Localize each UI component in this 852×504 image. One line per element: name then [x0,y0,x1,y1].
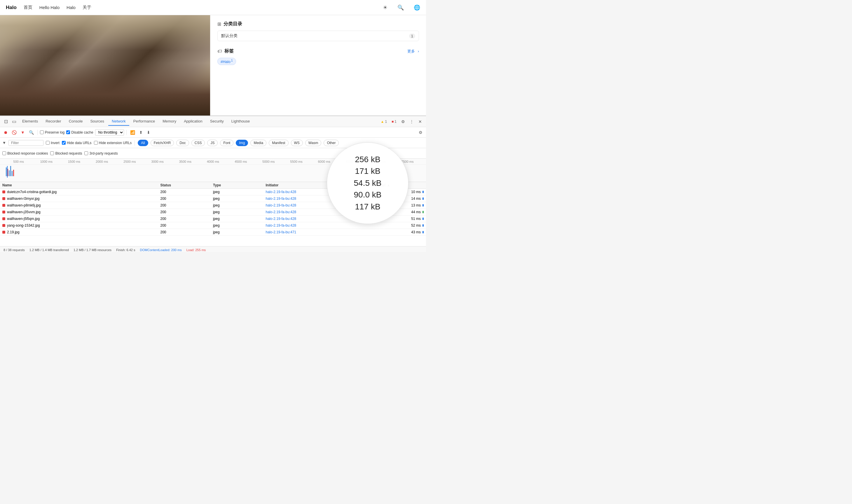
invert-checkbox[interactable]: Invert [46,141,59,145]
upload-icon-button[interactable]: ⬆ [138,129,144,135]
header-status: Status [160,183,213,187]
hide-data-urls-checkbox[interactable]: Hide data URLs [62,141,92,145]
filter-type-wasm[interactable]: Wasm [305,140,322,146]
initiator-link-3[interactable]: halo-2.19-fa-bu:428 [266,210,297,214]
filter-input-wrap [8,140,43,146]
waterfall-bar-5 [423,224,424,227]
table-row[interactable]: 2.19.jpg 200 jpeg halo-2.19-fa-bu:471 43… [0,229,426,236]
initiator-link-0[interactable]: halo-2.19-fa-bu:428 [266,190,297,194]
tab-security[interactable]: Security [207,117,227,126]
clear-button[interactable]: 🚫 [11,129,18,135]
tick-1000ms: 1000 ms [32,160,60,163]
settings-icon[interactable]: ⚙ [400,118,407,125]
disable-cache-checkbox[interactable]: Disable cache [66,130,93,134]
filter-type-doc[interactable]: Doc [176,140,189,146]
search-button[interactable]: 🔍 [28,129,35,135]
initiator-link-1[interactable]: halo-2.19-fa-bu:428 [266,197,297,201]
filter-type-font[interactable]: Font [220,140,233,146]
tag-icon: 🏷 [217,49,222,54]
tick-3500ms: 3500 ms [171,160,199,163]
row-name-1: wallhaven-l3myxr.jpg [2,197,160,201]
tab-network[interactable]: Network [108,117,129,126]
transferred-size: 1.2 MB / 1.4 MB transferred [30,248,69,252]
filter-type-img[interactable]: Img [236,140,248,146]
tick-2500ms: 2500 ms [116,160,144,163]
filter-type-ws[interactable]: WS [291,140,303,146]
hide-ext-urls-checkbox[interactable]: Hide extension URLs [94,141,132,145]
initiator-link-6[interactable]: halo-2.19-fa-bu:471 [266,230,297,234]
preserve-log-checkbox[interactable]: Preserve log [40,130,65,134]
search-icon[interactable]: 🔍 [397,4,404,11]
filter-type-manifest[interactable]: Manifest [269,140,288,146]
filter-type-fetch[interactable]: Fetch/XHR [150,140,174,146]
nav-link-about[interactable]: 关于 [83,5,91,10]
warning-triangle-icon: ▲ [380,120,384,124]
tab-memory[interactable]: Memory [159,117,180,126]
close-icon[interactable]: ✕ [417,118,424,125]
blocked-response-checkbox[interactable]: Blocked response cookies [2,151,48,156]
sun-icon[interactable]: ☀ [383,4,388,11]
tags-chevron: › [418,49,419,53]
third-party-checkbox[interactable]: 3rd-party requests [84,151,118,156]
blocked-requests-checkbox[interactable]: Blocked requests [50,151,82,156]
tick-1500ms: 1500 ms [60,160,88,163]
tick-5500ms: 5500 ms [282,160,310,163]
row-type-1: jpeg [213,197,266,201]
tab-console[interactable]: Console [65,117,86,126]
wifi-icon-button[interactable]: 📶 [129,129,136,135]
tag-badge-halo[interactable]: #Halo1 [217,58,236,65]
header-name: Name [2,183,160,187]
initiator-link-4[interactable]: halo-2.19-fa-bu:428 [266,217,297,221]
filter-type-all[interactable]: All [138,140,148,146]
tab-sources[interactable]: Sources [87,117,108,126]
filter-type-js[interactable]: JS [207,140,218,146]
row-name-5: yang-song-15342.jpg [2,223,160,228]
filter-icon-button[interactable]: ▼ [20,129,26,135]
resource-color-3 [2,211,5,214]
initiator-link-2[interactable]: halo-2.19-fa-bu:428 [266,203,297,208]
initiator-link-5[interactable]: halo-2.19-fa-bu:428 [266,223,297,228]
site-title: Halo [6,5,17,11]
devtools-icon-mobile[interactable]: ▭ [10,118,18,125]
resource-color-0 [2,191,5,193]
filter-type-css[interactable]: CSS [191,140,205,146]
requests-count: 8 / 38 requests [3,248,25,252]
devtools-toolbar: ⏺ 🚫 ▼ 🔍 Preserve log Disable cache No th… [0,127,426,138]
devtools-icon-inspect[interactable]: ⊡ [2,118,10,125]
devtools-tab-bar: ⊡ ▭ Elements Recorder Console Sources Ne… [0,116,426,127]
tab-application[interactable]: Application [180,117,206,126]
tags-more-link[interactable]: 更多 [407,49,415,54]
browser-nav: Halo 首页 Hello Halo Halo 关于 ☀ 🔍 🌐 [0,0,426,15]
filter-type-other[interactable]: Other [324,140,339,146]
stop-recording-button[interactable]: ⏺ [2,129,9,135]
category-item-row[interactable]: 默认分类 1 [217,31,419,41]
size-value-1: 171 kB [355,166,380,177]
error-square-icon: ■ [392,120,394,124]
nav-link-hello[interactable]: Hello Halo [39,5,59,10]
tags-section-title: 标签 [224,48,234,54]
nav-link-home[interactable]: 首页 [24,5,32,10]
waterfall-bar-4 [423,218,424,220]
waterfall-bar-0 [423,191,424,193]
size-value-2: 54.5 kB [354,178,381,188]
filter-funnel-icon: ▼ [2,141,6,145]
throttle-select[interactable]: No throttling [95,129,124,136]
more-icon[interactable]: ⋮ [408,118,415,125]
tick-500ms: 500 ms [5,160,32,163]
tick-5000ms: 5000 ms [255,160,282,163]
nav-link-halo[interactable]: Halo [67,5,75,10]
finish-time: Finish: 6.42 s [116,248,135,252]
network-settings-button[interactable]: ⚙ [418,129,424,135]
globe-icon[interactable]: 🌐 [414,4,420,11]
download-icon-button[interactable]: ⬇ [146,129,152,135]
filter-type-media[interactable]: Media [250,140,266,146]
row-status-4: 200 [160,217,213,221]
tab-recorder[interactable]: Recorder [42,117,65,126]
tags-section: 🏷 标签 更多 › #Halo1 [217,48,419,65]
tab-performance[interactable]: Performance [130,117,158,126]
tab-lighthouse[interactable]: Lighthouse [228,117,253,126]
tab-elements[interactable]: Elements [19,117,41,126]
status-bar: 8 / 38 requests 1.2 MB / 1.4 MB transfer… [0,246,426,252]
filter-input[interactable] [11,141,34,145]
warning-badge: ▲ 1 [379,119,389,124]
